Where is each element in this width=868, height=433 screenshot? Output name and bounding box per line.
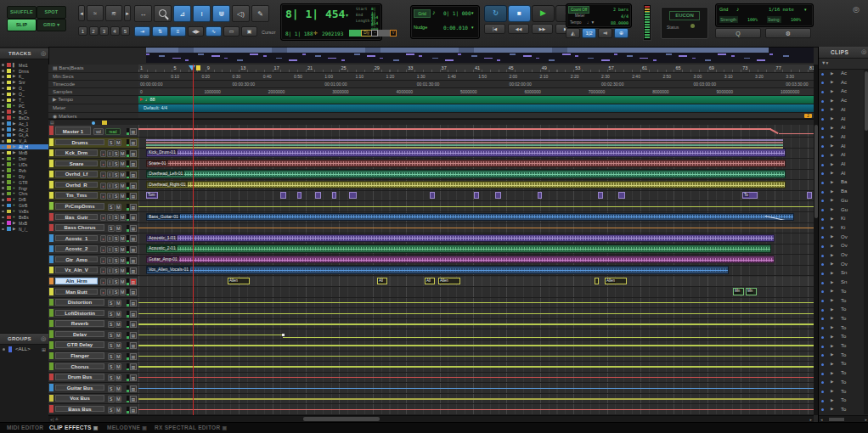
clip-item-arrow-icon[interactable]: ▶ [831, 344, 833, 348]
input-monitor-button[interactable]: I [107, 172, 113, 178]
small-clip[interactable]: Allen [605, 278, 627, 285]
clip-list-item[interactable]: ▶Ov [819, 261, 864, 270]
clip-list-item[interactable]: ▶Gu [819, 197, 864, 206]
clip-item-arrow-icon[interactable]: ▶ [831, 389, 833, 393]
automation-line[interactable] [138, 345, 814, 346]
clip-list-item[interactable]: ▶Al [819, 170, 864, 179]
small-clip[interactable] [332, 192, 336, 200]
layered-editing-toggle[interactable]: ▣ [241, 26, 257, 37]
clip-list-item[interactable]: ▶Ac [819, 97, 864, 106]
mute-button[interactable]: M [116, 374, 122, 381]
clip-list-item[interactable]: ▶Al [819, 160, 864, 170]
mute-button[interactable]: M [120, 193, 126, 200]
solo-button[interactable]: S [113, 235, 119, 242]
playlist-selector-button[interactable]: ▤ [130, 342, 137, 349]
solo-button[interactable]: S [108, 374, 115, 381]
lane-bass-bus[interactable] [138, 404, 814, 415]
input-monitor-button[interactable]: I [107, 183, 113, 189]
clip-list-item[interactable]: ▶To [819, 406, 864, 414]
mute-button[interactable]: M [120, 257, 126, 264]
small-clip[interactable]: To [742, 192, 758, 200]
small-clip[interactable]: All [425, 278, 435, 285]
mute-button[interactable]: M [120, 214, 126, 221]
sidebar-item-o-[interactable]: ▶O_ [0, 86, 48, 92]
solo-button[interactable]: S [108, 204, 115, 211]
track-name[interactable]: Master 1 [55, 127, 91, 135]
lane-drum-bus[interactable] [138, 373, 814, 384]
mute-button[interactable]: M [120, 267, 126, 274]
sidebar-item-bsbs[interactable]: +BsBs [0, 214, 48, 220]
master-volume-line[interactable] [779, 133, 814, 135]
input-monitor-button[interactable]: I [107, 246, 113, 253]
sidebar-item-mst1[interactable]: ▌Mst1 [0, 62, 48, 68]
playlist-selector-button[interactable]: ▤ [130, 204, 137, 211]
automation-line[interactable] [138, 366, 814, 368]
playlist-selector-button[interactable]: ▤ [130, 374, 137, 381]
input-monitor-button[interactable]: I [107, 257, 113, 264]
count-off-button[interactable]: Count Off [568, 6, 589, 14]
lane-tm-tms[interactable]: TomTo [138, 191, 814, 202]
clip-item-arrow-icon[interactable]: ▶ [831, 189, 833, 194]
lane-drums[interactable] [138, 138, 814, 149]
mute-button[interactable]: M [120, 246, 126, 253]
clip-item-arrow-icon[interactable]: ▶ [831, 289, 833, 293]
solo-button[interactable]: S [108, 225, 115, 232]
audio-zoom-button[interactable]: ≋ [105, 5, 122, 21]
small-clip[interactable] [598, 192, 603, 200]
lane-vx-aln-v[interactable]: Vox_Allen_Vocals-01 [138, 266, 814, 277]
lane-lofidistortin[interactable] [138, 308, 814, 319]
ruler-row-timecode[interactable]: 00:00:00:0000:00:30:0000:01:00:0000:01:3… [138, 81, 814, 88]
playhead-marker-icon[interactable] [189, 65, 195, 70]
marker-flag-2[interactable]: 2 [804, 114, 812, 119]
clip-item-arrow-icon[interactable]: ▶ [831, 398, 833, 402]
mute-button[interactable]: M [120, 172, 126, 178]
clip-item-arrow-icon[interactable]: ▶ [831, 234, 833, 239]
playlist-selector-button[interactable]: ▤ [130, 172, 137, 178]
automation-line[interactable] [138, 302, 814, 304]
clip-item-arrow-icon[interactable]: ▶ [831, 316, 833, 320]
clip-item-arrow-icon[interactable]: ▶ [831, 180, 833, 184]
solo-button[interactable]: S [108, 139, 115, 146]
lane-bas-gutr[interactable]: Bass_Guitar-01 [138, 212, 814, 223]
audio-clip[interactable]: Acoustic_1-01 [146, 234, 775, 243]
automation-line[interactable] [283, 337, 814, 339]
ruler-label-tempo[interactable]: ▶ Tempo [48, 96, 138, 104]
solo-button[interactable]: S [108, 353, 115, 360]
lane-distortion[interactable] [138, 298, 814, 309]
playlist-selector-button[interactable]: ▤ [130, 353, 137, 360]
audio-clip[interactable]: Bass_Guitar-01 [146, 213, 794, 222]
clip-item-arrow-icon[interactable]: ▶ [831, 134, 833, 138]
clip-item-arrow-icon[interactable]: ▶ [831, 80, 833, 84]
sidebar-item-drb[interactable]: +DrB [0, 197, 48, 203]
sidebar-item-dstr[interactable]: +Dstr [0, 155, 48, 161]
rewind-button[interactable]: ◀◀ [508, 24, 529, 34]
count-in-button[interactable]: 1|2 [582, 28, 596, 38]
swing-value[interactable]: 100% [791, 17, 801, 22]
audio-clip[interactable]: Guitar_Amp-01 [146, 256, 775, 264]
track-name[interactable]: Ovrhd_Lf [55, 171, 98, 177]
mute-button[interactable]: M [116, 407, 122, 413]
zoom-back-icon[interactable]: ◂ [78, 5, 85, 21]
solo-button[interactable]: S [108, 332, 115, 339]
lane-chorus[interactable] [138, 362, 814, 373]
solo-button[interactable]: S [108, 407, 115, 413]
record-arm-button[interactable]: ● [100, 183, 106, 189]
quantize-button[interactable]: Q [715, 28, 761, 38]
solo-button[interactable]: S [113, 160, 119, 167]
clip-list-item[interactable]: ▶Sn [819, 278, 864, 288]
clips-hscroll-thumb[interactable] [829, 418, 844, 421]
master-volume-ramp[interactable] [769, 128, 778, 134]
playlist-selector-button[interactable]: ▤ [130, 235, 137, 242]
mute-button[interactable]: M [120, 150, 126, 157]
automation-line[interactable] [138, 335, 283, 336]
solo-button[interactable]: S [113, 246, 119, 253]
record-arm-button[interactable]: ● [100, 267, 106, 274]
sidebar-item-gtrb[interactable]: +GtrB [0, 203, 48, 209]
stop-button[interactable]: ■ [508, 5, 531, 22]
ruler-row-bars-beats[interactable]: 159131721252933374145495357616569737781 [138, 65, 814, 73]
tempo-marker-icon[interactable] [140, 98, 144, 101]
lane-guitar-bus[interactable] [138, 383, 814, 394]
sidebar-item-pc[interactable]: +PC [0, 103, 48, 109]
clip-item-arrow-icon[interactable]: ▶ [831, 307, 833, 312]
sidebar-item-mxb[interactable]: ▶MxB [0, 220, 48, 226]
